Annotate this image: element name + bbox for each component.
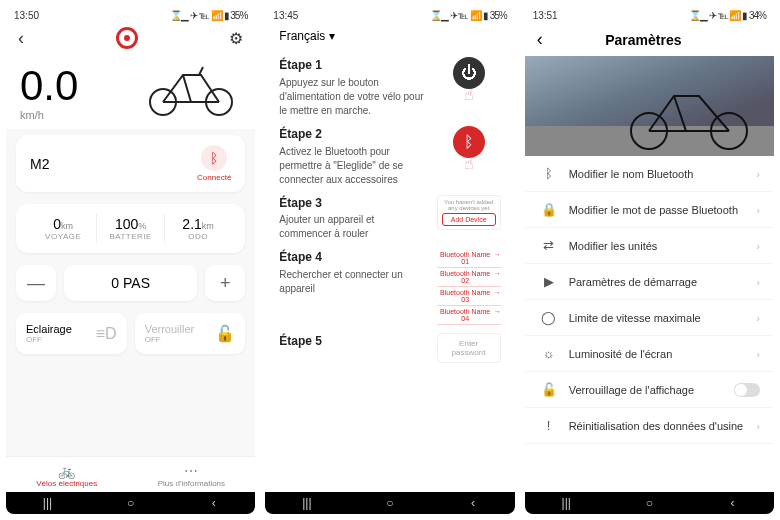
stat-battery: 100% BATTERIE <box>97 214 164 243</box>
add-device-preview: You haven't added any devices yet Add De… <box>437 195 501 230</box>
step-4: Étape 4Rechercher et connecter un appare… <box>279 249 500 325</box>
status-bar: 13:51 ⌛▁ ✈ ℡ 📶 ▮ 34% <box>525 6 774 23</box>
nav-back-icon[interactable]: ‹ <box>205 496 223 510</box>
connection-card[interactable]: M2 ᛒ Connecté <box>16 135 245 192</box>
row-bt-name[interactable]: ᛒModifier le nom Bluetooth› <box>525 156 774 192</box>
warning-icon: ! <box>539 418 559 433</box>
settings-hero-image <box>525 56 774 156</box>
bottom-tabs: 🚲 Vélos électriques ⋯ Plus d'information… <box>6 456 255 492</box>
page-title: Paramètres <box>543 32 744 48</box>
nav-back-icon[interactable]: ‹ <box>464 496 482 510</box>
status-time: 13:51 <box>533 10 558 21</box>
tab-ebikes[interactable]: 🚲 Vélos électriques <box>36 463 97 488</box>
lighting-toggle[interactable]: Eclairage OFF ≡D <box>16 313 127 354</box>
lock-icon: 🔒 <box>539 202 559 217</box>
status-icons: ⌛▁ ✈ ℡ 📶 ▮ 34% <box>689 10 766 21</box>
row-units[interactable]: ⇄Modifier les unités› <box>525 228 774 264</box>
settings-header: ‹ Paramètres <box>525 23 774 56</box>
bike-model: M2 <box>30 156 49 172</box>
more-icon: ⋯ <box>158 463 225 479</box>
android-nav: ||| ○ ‹ <box>6 492 255 514</box>
top-bar: ‹ ⚙ <box>6 23 255 53</box>
play-icon: ▶ <box>539 274 559 289</box>
stat-odo: 2.1km ODO <box>165 214 231 243</box>
nav-home-icon[interactable]: ○ <box>381 496 399 510</box>
bluetooth-icon: ᛒ <box>539 166 559 181</box>
unlock-icon: 🔓 <box>539 382 559 397</box>
speed-unit: km/h <box>20 109 78 121</box>
row-speed-limit[interactable]: ◯Limite de vitesse maximale› <box>525 300 774 336</box>
chevron-right-icon: › <box>756 240 760 252</box>
nav-home-icon[interactable]: ○ <box>640 496 658 510</box>
display-lock-switch[interactable] <box>734 383 760 397</box>
pas-control: — 0 PAS + <box>16 265 245 301</box>
chevron-right-icon: › <box>756 312 760 324</box>
nav-recent-icon[interactable]: ||| <box>39 496 57 510</box>
device-list-preview: Bluetooth Name 01→ Bluetooth Name 02→ Bl… <box>437 249 501 325</box>
power-icon: ⏻ <box>453 57 485 89</box>
settings-gear-icon[interactable]: ⚙ <box>229 29 243 48</box>
password-preview: Enter password <box>437 333 501 363</box>
screen-dashboard: 13:50 ⌛▁ ✈ ℡ 📶 ▮ 35% ‹ ⚙ 0.0 km/h M2 ᛒ C… <box>6 6 255 514</box>
pas-minus-button[interactable]: — <box>16 265 56 301</box>
chevron-right-icon: › <box>756 420 760 432</box>
nav-back-icon[interactable]: ‹ <box>723 496 741 510</box>
finger-icon: ☝︎ <box>437 154 501 173</box>
speed-hero: 0.0 km/h <box>6 53 255 129</box>
row-factory-reset[interactable]: !Réinitialisation des données d'usine› <box>525 408 774 444</box>
lock-toggle[interactable]: Verrouiller OFF 🔓 <box>135 313 246 354</box>
bike-image <box>78 57 241 121</box>
row-startup[interactable]: ▶Paramètres de démarrage› <box>525 264 774 300</box>
nav-recent-icon[interactable]: ||| <box>298 496 316 510</box>
status-time: 13:45 <box>273 10 298 21</box>
status-bar: 13:45 ⌛▁ ✈ ℡ 📶 ▮ 35% <box>265 6 514 23</box>
svg-line-2 <box>199 67 203 75</box>
bike-icon: 🚲 <box>36 463 97 479</box>
row-display-lock[interactable]: 🔓Verrouillage de l'affichage <box>525 372 774 408</box>
status-time: 13:50 <box>14 10 39 21</box>
chevron-right-icon: › <box>756 168 760 180</box>
back-icon[interactable]: ‹ <box>18 28 24 49</box>
brand-logo-icon <box>116 27 138 49</box>
connection-status-block: ᛒ Connecté <box>197 145 231 182</box>
chevron-right-icon: › <box>756 276 760 288</box>
brightness-icon: ☼ <box>539 346 559 361</box>
chevron-right-icon: › <box>756 348 760 360</box>
android-nav: ||| ○ ‹ <box>265 492 514 514</box>
status-icons: ⌛▁ ✈ ℡ 📶 ▮ 35% <box>430 10 507 21</box>
headlight-icon: ≡D <box>96 325 117 343</box>
step-1: Étape 1Appuyez sur le bouton d'alimentat… <box>279 57 500 118</box>
android-nav: ||| ○ ‹ <box>525 492 774 514</box>
units-icon: ⇄ <box>539 238 559 253</box>
settings-list: ᛒModifier le nom Bluetooth› 🔒Modifier le… <box>525 156 774 492</box>
chevron-right-icon: › <box>756 204 760 216</box>
screen-onboarding: 13:45 ⌛▁ ✈ ℡ 📶 ▮ 35% Français ▾ Étape 1A… <box>265 6 514 514</box>
bluetooth-icon: ᛒ <box>201 145 227 171</box>
status-icons: ⌛▁ ✈ ℡ 📶 ▮ 35% <box>170 10 247 21</box>
step-3: Étape 3Ajouter un appareil et commencer … <box>279 195 500 242</box>
nav-home-icon[interactable]: ○ <box>122 496 140 510</box>
pas-level: 0 PAS <box>64 265 197 301</box>
tab-more[interactable]: ⋯ Plus d'informations <box>158 463 225 488</box>
step-5: Étape 5 Enter password <box>279 333 500 363</box>
add-device-button: Add Device <box>442 213 496 226</box>
stats-card: 0km VOYAGE 100% BATTERIE 2.1km ODO <box>16 204 245 253</box>
step-2: Étape 2Activez le Bluetooth pour permett… <box>279 126 500 187</box>
gauge-icon: ◯ <box>539 310 559 325</box>
connection-status: Connecté <box>197 173 231 182</box>
status-bar: 13:50 ⌛▁ ✈ ℡ 📶 ▮ 35% <box>6 6 255 23</box>
nav-recent-icon[interactable]: ||| <box>557 496 575 510</box>
pas-plus-button[interactable]: + <box>205 265 245 301</box>
screen-settings: 13:51 ⌛▁ ✈ ℡ 📶 ▮ 34% ‹ Paramètres ᛒModif… <box>525 6 774 514</box>
speed-value: 0.0 <box>20 65 78 107</box>
lock-icon: 🔓 <box>215 324 235 343</box>
stat-voyage: 0km VOYAGE <box>30 214 97 243</box>
row-bt-password[interactable]: 🔒Modifier le mot de passe Bluetooth› <box>525 192 774 228</box>
language-selector[interactable]: Français ▾ <box>265 23 514 49</box>
row-brightness[interactable]: ☼Luminosité de l'écran› <box>525 336 774 372</box>
